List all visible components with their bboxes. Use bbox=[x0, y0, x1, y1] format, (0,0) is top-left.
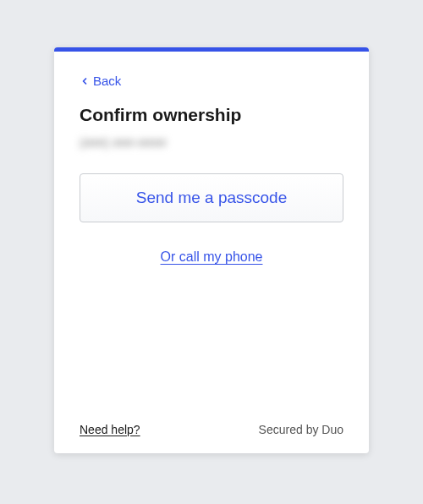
back-button[interactable]: Back bbox=[80, 74, 121, 88]
card-content: Back Confirm ownership (###) ###-#### Se… bbox=[54, 52, 369, 408]
need-help-link[interactable]: Need help? bbox=[80, 423, 140, 436]
page-title: Confirm ownership bbox=[80, 105, 343, 125]
send-passcode-button[interactable]: Send me a passcode bbox=[80, 173, 343, 222]
card-footer: Need help? Secured by Duo bbox=[54, 408, 369, 453]
back-label: Back bbox=[93, 74, 121, 88]
auth-card: Back Confirm ownership (###) ###-#### Se… bbox=[54, 47, 369, 453]
secured-by-label: Secured by Duo bbox=[259, 423, 343, 436]
chevron-left-icon bbox=[80, 76, 90, 86]
call-phone-link[interactable]: Or call my phone bbox=[161, 249, 263, 265]
phone-number-masked: (###) ###-#### bbox=[80, 135, 343, 150]
